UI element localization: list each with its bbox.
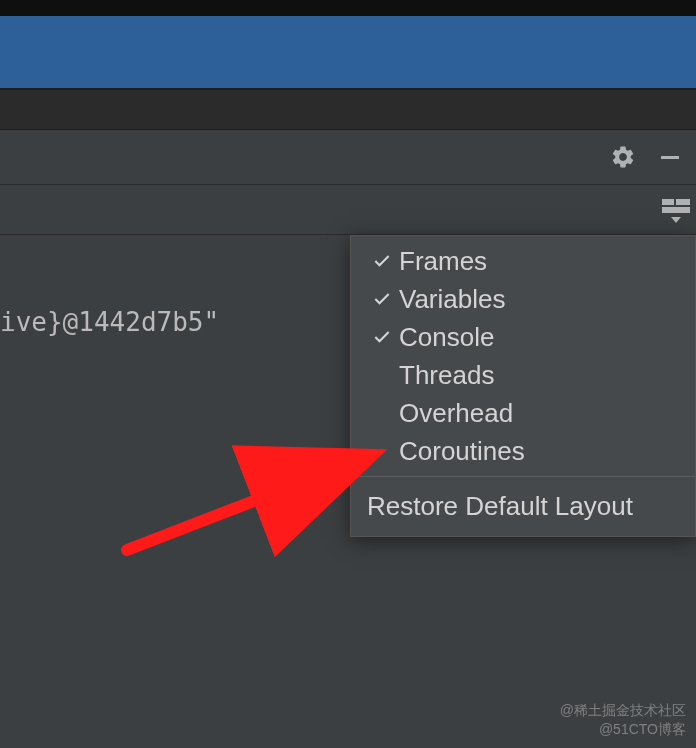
menu-item-frames[interactable]: Frames — [351, 236, 695, 280]
menu-item-coroutines[interactable]: Coroutines — [351, 432, 695, 470]
svg-rect-1 — [662, 199, 674, 205]
watermark-text: @稀土掘金技术社区 @51CTO博客 — [560, 701, 686, 740]
check-icon — [365, 327, 399, 347]
svg-rect-0 — [661, 156, 679, 159]
menu-item-label: Variables — [399, 284, 505, 315]
title-bar — [0, 16, 696, 88]
menu-item-label: Coroutines — [399, 436, 525, 467]
menu-item-label: Frames — [399, 246, 487, 277]
separator-strip — [0, 88, 696, 130]
svg-rect-3 — [662, 207, 690, 213]
layout-context-menu: Frames Variables Console Threads Overhea… — [350, 235, 696, 537]
panel-toolbar — [0, 185, 696, 235]
menu-item-restore-layout[interactable]: Restore Default Layout — [351, 483, 695, 536]
menu-item-label: Console — [399, 322, 494, 353]
menu-item-console[interactable]: Console — [351, 318, 695, 356]
debug-toolbar — [0, 130, 696, 185]
menu-item-overhead[interactable]: Overhead — [351, 394, 695, 432]
svg-rect-2 — [676, 199, 690, 205]
window-top-border — [0, 0, 696, 16]
debug-panel: ive}@1442d7b5" Frames Variables Console … — [0, 235, 696, 748]
menu-item-label: Restore Default Layout — [367, 491, 633, 522]
watermark-line: @稀土掘金技术社区 — [560, 701, 686, 721]
menu-item-variables[interactable]: Variables — [351, 280, 695, 318]
menu-item-label: Threads — [399, 360, 494, 391]
check-icon — [365, 289, 399, 309]
gear-icon[interactable] — [610, 144, 636, 170]
watermark-line: @51CTO博客 — [560, 720, 686, 740]
variable-value-text: ive}@1442d7b5" — [0, 307, 219, 337]
menu-separator — [351, 476, 695, 477]
layout-settings-icon[interactable] — [662, 196, 690, 223]
menu-item-label: Overhead — [399, 398, 513, 429]
minimize-icon[interactable] — [658, 145, 682, 169]
check-icon — [365, 251, 399, 271]
menu-item-threads[interactable]: Threads — [351, 356, 695, 394]
